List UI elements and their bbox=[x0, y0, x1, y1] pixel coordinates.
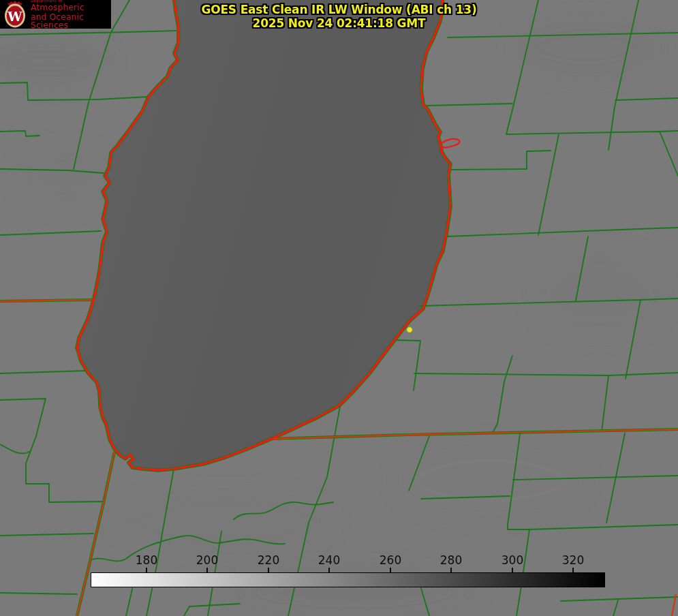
colorbar-tick-mark bbox=[572, 568, 574, 572]
logo-line2: and Oceanic Sciences bbox=[31, 13, 111, 30]
colorbar-tick-mark bbox=[450, 568, 452, 572]
satellite-map bbox=[0, 0, 678, 616]
satellite-image-page: W Department of Atmospheric and Oceanic … bbox=[0, 0, 678, 616]
colorbar-label: 280 bbox=[440, 553, 462, 567]
colorbar-tick-mark bbox=[206, 568, 208, 572]
colorbar-tick-mark bbox=[268, 568, 269, 572]
colorbar-label: 240 bbox=[318, 553, 340, 567]
colorbar-tick-mark bbox=[390, 568, 391, 572]
colorbar-tick-labels: 180 200 220 240 260 280 300 320 bbox=[91, 553, 604, 572]
colorbar-tick-mark bbox=[328, 568, 330, 572]
colorbar-label: 320 bbox=[562, 553, 584, 567]
station-marker bbox=[407, 327, 412, 333]
colorbar-label: 300 bbox=[502, 553, 523, 567]
logo-text: Department of Atmospheric and Oceanic Sc… bbox=[31, 0, 111, 30]
logo-line1: Atmospheric bbox=[31, 3, 111, 12]
colorbar-label: 200 bbox=[196, 553, 218, 567]
colorbar-tick-mark bbox=[512, 568, 513, 572]
colorbar-label: 260 bbox=[380, 553, 401, 567]
uw-crest-icon: W bbox=[3, 1, 27, 28]
colorbar-gradient bbox=[91, 572, 605, 587]
colorbar-label: 220 bbox=[258, 553, 279, 567]
colorbar-label: 180 bbox=[136, 553, 157, 567]
svg-text:W: W bbox=[7, 9, 22, 24]
colorbar-tick-mark bbox=[146, 568, 147, 572]
uw-aos-logo: W Department of Atmospheric and Oceanic … bbox=[0, 0, 111, 29]
